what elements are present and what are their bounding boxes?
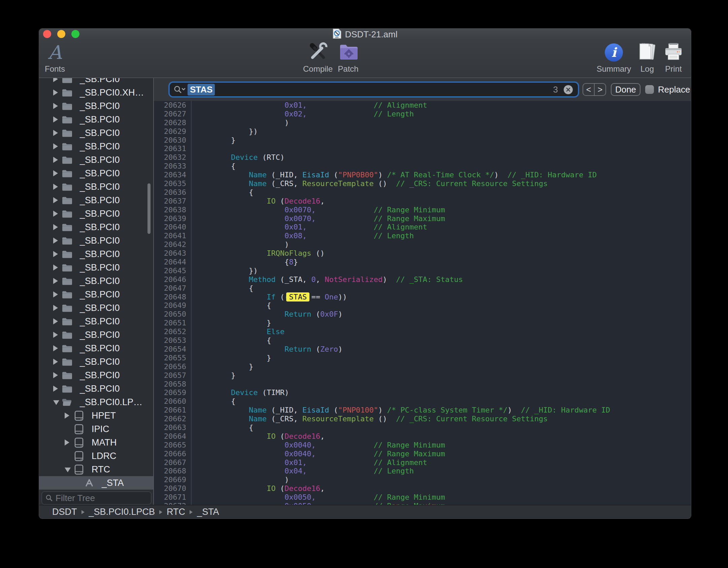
disclosure-triangle[interactable] bbox=[53, 130, 58, 136]
replace-label[interactable]: Replace bbox=[658, 78, 690, 101]
code-line[interactable]: 20671 0x0050, // Range Minimum bbox=[154, 493, 691, 502]
tree-item--sb-pci0[interactable]: _SB.PCI0 bbox=[39, 78, 153, 86]
tree-item--sb-pci0[interactable]: _SB.PCI0 bbox=[39, 193, 153, 207]
code-line[interactable]: 20670 IO (Decode16, bbox=[154, 484, 691, 493]
code-line[interactable]: 20654 Return (Zero) bbox=[154, 345, 691, 354]
tree-item--sb-pci0[interactable]: _SB.PCI0 bbox=[39, 153, 153, 167]
code-line[interactable]: 20639 0x0070, // Range Maximum bbox=[154, 214, 691, 223]
fonts-button[interactable]: A Fonts bbox=[39, 42, 82, 74]
find-next-button[interactable]: > bbox=[595, 84, 605, 95]
tree-item--sb-pci0[interactable]: _SB.PCI0 bbox=[39, 368, 153, 382]
tree-item--sb-pci0[interactable]: _SB.PCI0 bbox=[39, 234, 153, 247]
disclosure-triangle[interactable] bbox=[53, 116, 58, 122]
disclosure-triangle[interactable] bbox=[53, 264, 58, 271]
tree-item-ipic[interactable]: IPIC bbox=[39, 422, 153, 436]
breadcrumb-item[interactable]: RTC bbox=[167, 507, 185, 517]
code-line[interactable]: 20649 { bbox=[154, 301, 691, 310]
print-button[interactable]: Print bbox=[647, 42, 691, 74]
tree-item-math[interactable]: MATH bbox=[39, 436, 153, 449]
code-line[interactable]: 20653 { bbox=[154, 336, 691, 345]
replace-checkbox[interactable] bbox=[645, 85, 654, 94]
code-line[interactable]: 20650 Return (0x0F) bbox=[154, 310, 691, 319]
breadcrumb-item[interactable]: _STA bbox=[197, 507, 219, 517]
disclosure-triangle[interactable] bbox=[53, 238, 58, 244]
tree-item--sb-pci0-lp-[interactable]: _SB.PCI0.LP… bbox=[39, 395, 153, 409]
code-line[interactable]: 20666 0x0040, // Range Maximum bbox=[154, 450, 691, 458]
disclosure-triangle[interactable] bbox=[53, 143, 58, 149]
disclosure-triangle[interactable] bbox=[53, 157, 58, 163]
code-line[interactable]: 20636 { bbox=[154, 188, 691, 197]
disclosure-triangle[interactable] bbox=[53, 291, 58, 297]
disclosure-triangle[interactable] bbox=[65, 467, 71, 472]
code-line[interactable]: 20643 IRQNoFlags () bbox=[154, 249, 691, 258]
disclosure-triangle[interactable] bbox=[53, 359, 58, 365]
code-line[interactable]: 20626 0x01, // Alignment bbox=[154, 101, 691, 110]
disclosure-triangle[interactable] bbox=[53, 305, 58, 311]
tree-item--sb-pci0[interactable]: _SB.PCI0 bbox=[39, 207, 153, 220]
code-line[interactable]: 20672 0x0050, // Range Maximum bbox=[154, 502, 691, 505]
disclosure-triangle[interactable] bbox=[53, 224, 58, 230]
search-input[interactable]: STAS 3 bbox=[170, 83, 577, 96]
code-line[interactable]: 20630 } bbox=[154, 136, 691, 145]
tree-item--sb-pci0[interactable]: _SB.PCI0 bbox=[39, 328, 153, 342]
find-previous-button[interactable]: < bbox=[583, 84, 594, 95]
disclosure-triangle[interactable] bbox=[53, 90, 58, 96]
disclosure-triangle[interactable] bbox=[53, 211, 58, 217]
code-line[interactable]: 20632 Device (RTC) bbox=[154, 153, 691, 162]
code-line[interactable]: 20664 IO (Decode16, bbox=[154, 432, 691, 441]
tree-item--sb-pci0[interactable]: _SB.PCI0 bbox=[39, 288, 153, 301]
code-line[interactable]: 20657 } bbox=[154, 371, 691, 380]
code-line[interactable]: 20635 Name (_CRS, ResourceTemplate () //… bbox=[154, 179, 691, 188]
tree-item-hpet[interactable]: HPET bbox=[39, 409, 153, 422]
disclosure-triangle[interactable] bbox=[53, 372, 58, 378]
code-line[interactable]: 20656 } bbox=[154, 362, 691, 371]
code-line[interactable]: 20645 }) bbox=[154, 267, 691, 275]
tree-item--sb-pci0[interactable]: _SB.PCI0 bbox=[39, 140, 153, 153]
code-line[interactable]: 20646 Method (_STA, 0, NotSerialized) //… bbox=[154, 275, 691, 284]
titlebar[interactable]: DSDT-21.aml bbox=[39, 29, 691, 40]
code-line[interactable]: 20647 { bbox=[154, 284, 691, 293]
code-line[interactable]: 20631 bbox=[154, 144, 691, 153]
code-line[interactable]: 20669 ) bbox=[154, 475, 691, 484]
breadcrumb-item[interactable]: _SB.PCI0.LPCB bbox=[89, 507, 155, 517]
tree-item--sb-pci0[interactable]: _SB.PCI0 bbox=[39, 274, 153, 288]
code-line[interactable]: 20659 Device (TIMR) bbox=[154, 388, 691, 397]
sidebar-scrollbar[interactable] bbox=[147, 183, 151, 234]
code-line[interactable]: 20629 }) bbox=[154, 127, 691, 136]
close-button[interactable] bbox=[43, 30, 51, 38]
code-line[interactable]: 20665 0x0040, // Range Minimum bbox=[154, 441, 691, 450]
code-line[interactable]: 20667 0x01, // Alignment bbox=[154, 458, 691, 467]
disclosure-triangle[interactable] bbox=[53, 345, 58, 351]
disclosure-triangle[interactable] bbox=[53, 78, 58, 82]
tree-item--sb-pci0[interactable]: _SB.PCI0 bbox=[39, 99, 153, 113]
code-line[interactable]: 20634 Name (_HID, EisaId ("PNP0B00") /* … bbox=[154, 171, 691, 179]
code-line[interactable]: 20637 IO (Decode16, bbox=[154, 197, 691, 206]
tree-item--sb-pci0[interactable]: _SB.PCI0 bbox=[39, 126, 153, 140]
tree-item--sb-pci0[interactable]: _SB.PCI0 bbox=[39, 247, 153, 261]
code-line[interactable]: 20658 bbox=[154, 380, 691, 389]
code-line[interactable]: 20642 ) bbox=[154, 240, 691, 249]
disclosure-triangle[interactable] bbox=[53, 278, 58, 284]
code-editor[interactable]: 20626 0x01, // Alignment20627 0x02, // L… bbox=[154, 101, 691, 505]
tree-item--sta[interactable]: _STA bbox=[39, 476, 153, 490]
breadcrumb-item[interactable]: DSDT bbox=[52, 507, 77, 517]
filter-tree-input[interactable]: Filter Tree bbox=[41, 491, 152, 505]
tree-item--sb-pci0[interactable]: _SB.PCI0 bbox=[39, 355, 153, 368]
tree-item--sb-pci0[interactable]: _SB.PCI0 bbox=[39, 113, 153, 126]
tree-item--sb-pci0[interactable]: _SB.PCI0 bbox=[39, 261, 153, 274]
code-line[interactable]: 20651 } bbox=[154, 319, 691, 327]
disclosure-triangle[interactable] bbox=[53, 170, 58, 176]
code-line[interactable]: 20662 Name (_CRS, ResourceTemplate () //… bbox=[154, 415, 691, 423]
code-line[interactable]: 20627 0x02, // Length bbox=[154, 110, 691, 118]
code-line[interactable]: 20661 Name (_HID, EisaId ("PNP0100") /* … bbox=[154, 406, 691, 415]
tree-item--sb-pci0[interactable]: _SB.PCI0 bbox=[39, 342, 153, 355]
disclosure-triangle[interactable] bbox=[53, 184, 58, 190]
code-line[interactable]: 20660 { bbox=[154, 397, 691, 406]
tree-item--sb-pci0[interactable]: _SB.PCI0 bbox=[39, 180, 153, 193]
disclosure-triangle[interactable] bbox=[53, 400, 59, 405]
code-line[interactable]: 20652 Else bbox=[154, 327, 691, 336]
disclosure-triangle[interactable] bbox=[65, 413, 69, 419]
tree-item--sb-pci0[interactable]: _SB.PCI0 bbox=[39, 315, 153, 328]
disclosure-triangle[interactable] bbox=[53, 103, 58, 109]
tree-item--sb-pci0[interactable]: _SB.PCI0 bbox=[39, 220, 153, 234]
